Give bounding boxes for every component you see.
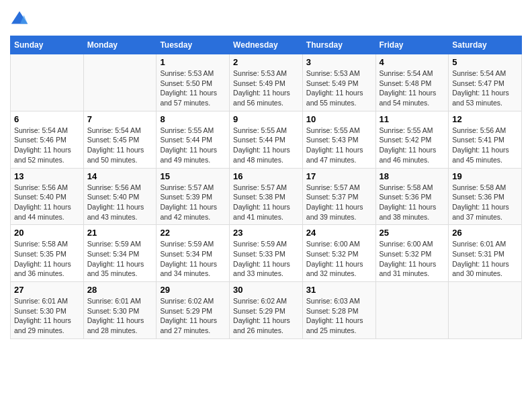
calendar-cell: 10Sunrise: 5:55 AM Sunset: 5:43 PM Dayli… [302, 111, 375, 168]
day-number: 14 [87, 171, 153, 181]
day-info: Sunrise: 5:55 AM Sunset: 5:42 PM Dayligh… [380, 126, 437, 164]
calendar-cell: 21Sunrise: 5:59 AM Sunset: 5:34 PM Dayli… [83, 225, 157, 282]
calendar-cell: 9Sunrise: 5:55 AM Sunset: 5:44 PM Daylig… [230, 111, 303, 168]
day-info: Sunrise: 5:53 AM Sunset: 5:50 PM Dayligh… [160, 69, 217, 107]
day-info: Sunrise: 5:58 AM Sunset: 5:36 PM Dayligh… [380, 183, 437, 221]
calendar-cell: 13Sunrise: 5:56 AM Sunset: 5:40 PM Dayli… [11, 168, 84, 225]
day-info: Sunrise: 5:53 AM Sunset: 5:49 PM Dayligh… [306, 69, 363, 107]
day-number: 28 [87, 285, 153, 295]
calendar-cell: 18Sunrise: 5:58 AM Sunset: 5:36 PM Dayli… [375, 168, 449, 225]
calendar-cell: 11Sunrise: 5:55 AM Sunset: 5:42 PM Dayli… [375, 111, 449, 168]
day-info: Sunrise: 5:57 AM Sunset: 5:38 PM Dayligh… [233, 183, 290, 221]
weekday-header: Tuesday [157, 36, 230, 54]
day-info: Sunrise: 6:01 AM Sunset: 5:31 PM Dayligh… [452, 240, 509, 277]
day-number: 16 [233, 171, 299, 181]
calendar-cell: 1Sunrise: 5:53 AM Sunset: 5:50 PM Daylig… [157, 54, 230, 111]
day-info: Sunrise: 6:03 AM Sunset: 5:28 PM Dayligh… [306, 297, 363, 334]
day-info: Sunrise: 5:57 AM Sunset: 5:39 PM Dayligh… [160, 183, 217, 221]
calendar-cell: 19Sunrise: 5:58 AM Sunset: 5:36 PM Dayli… [449, 168, 522, 225]
day-info: Sunrise: 5:59 AM Sunset: 5:33 PM Dayligh… [233, 240, 290, 277]
day-number: 8 [160, 114, 226, 124]
day-number: 23 [233, 228, 299, 238]
logo-icon [10, 10, 29, 29]
day-number: 19 [452, 171, 518, 181]
day-info: Sunrise: 5:53 AM Sunset: 5:49 PM Dayligh… [233, 69, 290, 107]
day-info: Sunrise: 5:55 AM Sunset: 5:44 PM Dayligh… [233, 126, 290, 164]
calendar-cell: 3Sunrise: 5:53 AM Sunset: 5:49 PM Daylig… [302, 54, 375, 111]
day-number: 4 [380, 57, 445, 67]
day-info: Sunrise: 6:00 AM Sunset: 5:32 PM Dayligh… [380, 240, 437, 277]
calendar-cell [83, 54, 157, 111]
day-info: Sunrise: 5:59 AM Sunset: 5:34 PM Dayligh… [87, 240, 144, 277]
weekday-header: Sunday [11, 36, 84, 54]
day-number: 5 [452, 57, 518, 67]
calendar-cell: 5Sunrise: 5:54 AM Sunset: 5:47 PM Daylig… [449, 54, 522, 111]
calendar-week-row: 1Sunrise: 5:53 AM Sunset: 5:50 PM Daylig… [11, 54, 522, 111]
day-number: 13 [14, 171, 80, 181]
day-info: Sunrise: 6:00 AM Sunset: 5:32 PM Dayligh… [306, 240, 363, 277]
day-number: 2 [233, 57, 299, 67]
calendar-week-row: 13Sunrise: 5:56 AM Sunset: 5:40 PM Dayli… [11, 168, 522, 225]
day-number: 26 [452, 228, 518, 238]
calendar-cell: 30Sunrise: 6:02 AM Sunset: 5:29 PM Dayli… [230, 282, 303, 339]
calendar-cell: 31Sunrise: 6:03 AM Sunset: 5:28 PM Dayli… [302, 282, 375, 339]
calendar-table: SundayMondayTuesdayWednesdayThursdayFrid… [10, 36, 522, 339]
day-number: 6 [14, 114, 80, 124]
calendar-cell: 14Sunrise: 5:56 AM Sunset: 5:40 PM Dayli… [83, 168, 157, 225]
calendar-cell: 26Sunrise: 6:01 AM Sunset: 5:31 PM Dayli… [449, 225, 522, 282]
day-number: 25 [380, 228, 445, 238]
calendar-cell: 8Sunrise: 5:55 AM Sunset: 5:44 PM Daylig… [157, 111, 230, 168]
calendar-cell: 2Sunrise: 5:53 AM Sunset: 5:49 PM Daylig… [230, 54, 303, 111]
calendar-cell: 28Sunrise: 6:01 AM Sunset: 5:30 PM Dayli… [83, 282, 157, 339]
weekday-header: Saturday [449, 36, 522, 54]
calendar-header: SundayMondayTuesdayWednesdayThursdayFrid… [11, 36, 522, 54]
day-number: 20 [14, 228, 80, 238]
calendar-cell: 27Sunrise: 6:01 AM Sunset: 5:30 PM Dayli… [11, 282, 84, 339]
calendar-body: 1Sunrise: 5:53 AM Sunset: 5:50 PM Daylig… [11, 54, 522, 339]
day-number: 12 [452, 114, 518, 124]
calendar-cell: 22Sunrise: 5:59 AM Sunset: 5:34 PM Dayli… [157, 225, 230, 282]
day-info: Sunrise: 5:54 AM Sunset: 5:47 PM Dayligh… [452, 69, 509, 107]
day-info: Sunrise: 5:58 AM Sunset: 5:35 PM Dayligh… [14, 240, 71, 277]
calendar-cell: 25Sunrise: 6:00 AM Sunset: 5:32 PM Dayli… [375, 225, 449, 282]
calendar-cell: 24Sunrise: 6:00 AM Sunset: 5:32 PM Dayli… [302, 225, 375, 282]
weekday-header: Monday [83, 36, 157, 54]
header-row: SundayMondayTuesdayWednesdayThursdayFrid… [11, 36, 522, 54]
day-number: 17 [306, 171, 372, 181]
calendar-cell [375, 282, 449, 339]
day-info: Sunrise: 5:54 AM Sunset: 5:48 PM Dayligh… [380, 69, 437, 107]
calendar-week-row: 27Sunrise: 6:01 AM Sunset: 5:30 PM Dayli… [11, 282, 522, 339]
calendar-cell: 15Sunrise: 5:57 AM Sunset: 5:39 PM Dayli… [157, 168, 230, 225]
day-number: 31 [306, 285, 372, 295]
day-info: Sunrise: 5:56 AM Sunset: 5:40 PM Dayligh… [14, 183, 71, 221]
day-number: 21 [87, 228, 153, 238]
day-info: Sunrise: 6:01 AM Sunset: 5:30 PM Dayligh… [87, 297, 144, 334]
day-number: 27 [14, 285, 80, 295]
calendar-cell: 23Sunrise: 5:59 AM Sunset: 5:33 PM Dayli… [230, 225, 303, 282]
day-info: Sunrise: 5:55 AM Sunset: 5:43 PM Dayligh… [306, 126, 363, 164]
day-info: Sunrise: 5:55 AM Sunset: 5:44 PM Dayligh… [160, 126, 217, 164]
calendar-cell: 29Sunrise: 6:02 AM Sunset: 5:29 PM Dayli… [157, 282, 230, 339]
day-info: Sunrise: 5:59 AM Sunset: 5:34 PM Dayligh… [160, 240, 217, 277]
weekday-header: Thursday [302, 36, 375, 54]
day-info: Sunrise: 5:56 AM Sunset: 5:40 PM Dayligh… [87, 183, 144, 221]
calendar-cell [11, 54, 84, 111]
calendar-cell: 17Sunrise: 5:57 AM Sunset: 5:37 PM Dayli… [302, 168, 375, 225]
day-number: 10 [306, 114, 372, 124]
calendar-cell: 6Sunrise: 5:54 AM Sunset: 5:46 PM Daylig… [11, 111, 84, 168]
day-number: 1 [160, 57, 226, 67]
calendar-cell [449, 282, 522, 339]
day-info: Sunrise: 5:57 AM Sunset: 5:37 PM Dayligh… [306, 183, 363, 221]
day-info: Sunrise: 6:02 AM Sunset: 5:29 PM Dayligh… [233, 297, 290, 334]
calendar-cell: 4Sunrise: 5:54 AM Sunset: 5:48 PM Daylig… [375, 54, 449, 111]
calendar-week-row: 6Sunrise: 5:54 AM Sunset: 5:46 PM Daylig… [11, 111, 522, 168]
day-info: Sunrise: 5:58 AM Sunset: 5:36 PM Dayligh… [452, 183, 509, 221]
calendar-cell: 7Sunrise: 5:54 AM Sunset: 5:45 PM Daylig… [83, 111, 157, 168]
day-number: 15 [160, 171, 226, 181]
day-number: 11 [380, 114, 445, 124]
day-info: Sunrise: 6:02 AM Sunset: 5:29 PM Dayligh… [160, 297, 217, 334]
day-number: 24 [306, 228, 372, 238]
day-number: 18 [380, 171, 445, 181]
calendar-cell: 20Sunrise: 5:58 AM Sunset: 5:35 PM Dayli… [11, 225, 84, 282]
calendar-week-row: 20Sunrise: 5:58 AM Sunset: 5:35 PM Dayli… [11, 225, 522, 282]
